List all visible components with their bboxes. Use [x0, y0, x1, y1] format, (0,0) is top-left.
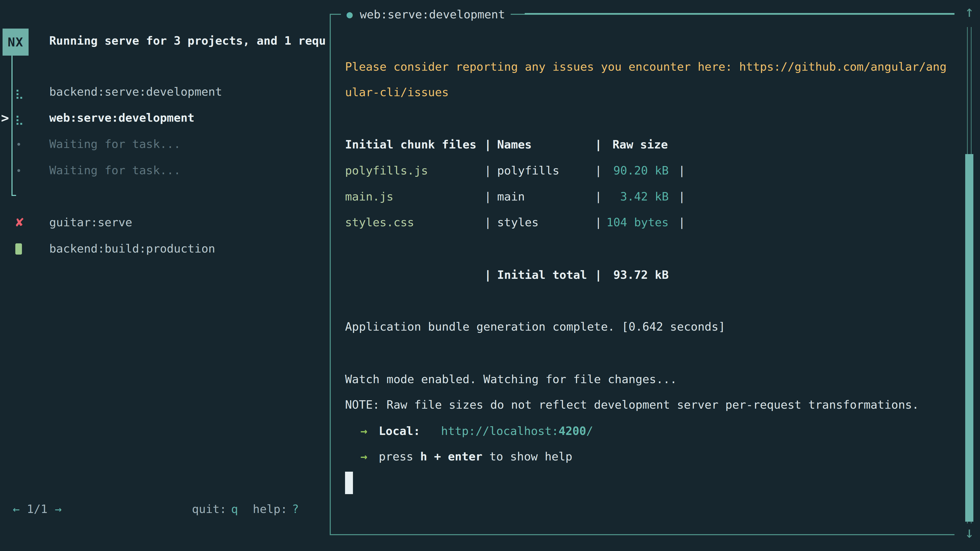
- notice-line-2: ular-cli/issues: [345, 84, 449, 100]
- help-hint-pre: press: [379, 450, 420, 463]
- task-label: Waiting for task...: [49, 136, 181, 152]
- column-separator: |: [484, 214, 491, 230]
- running-bullet-icon: ●: [347, 8, 353, 20]
- task-failed-icon: ✘: [13, 214, 25, 230]
- column-separator: |: [484, 267, 491, 283]
- chunk-file-name: polyfills.js: [345, 162, 428, 179]
- terminal-cursor: [345, 472, 353, 494]
- help-hint-post: to show help: [482, 450, 572, 463]
- initial-total-size: 93.72 kB: [602, 267, 669, 283]
- column-separator: |: [595, 137, 602, 153]
- pagination: ← 1/1 →: [13, 501, 62, 517]
- task-label: backend:build:production: [49, 241, 215, 257]
- chunk-size: 104 bytes: [602, 214, 669, 230]
- keyboard-shortcuts: quit: q help: ?: [192, 501, 299, 517]
- column-separator: |: [678, 189, 685, 205]
- page-indicator: 1/1: [27, 501, 48, 517]
- local-label: Local:: [379, 423, 420, 439]
- chunk-file-name: styles.css: [345, 214, 414, 230]
- terminal-title-rule: [525, 13, 955, 14]
- column-header-files: Initial chunk files: [345, 137, 476, 153]
- bundle-complete-message: Application bundle generation complete. …: [345, 319, 725, 335]
- prompt-arrow-icon: →: [360, 423, 367, 439]
- selected-task-chevron-icon: >: [1, 110, 9, 126]
- column-separator: |: [595, 267, 602, 283]
- task-label: Waiting for task...: [49, 162, 181, 179]
- task-label: backend:serve:development: [49, 84, 222, 100]
- chunk-size: 90.20 kB: [602, 162, 669, 179]
- column-separator: |: [484, 137, 491, 153]
- help-label: help:: [253, 501, 287, 517]
- task-label: guitar:serve: [49, 214, 132, 230]
- quit-label: quit:: [192, 501, 226, 517]
- chunk-name: styles: [497, 214, 539, 230]
- column-separator: |: [595, 162, 602, 179]
- task-success-icon: [15, 243, 22, 254]
- scrollbar-thumb[interactable]: [965, 154, 974, 522]
- terminal-panel-title: ● web:serve:development: [341, 5, 511, 23]
- nx-logo: NX: [3, 29, 29, 56]
- app-header-title: Running serve for 3 projects, and 1 requ: [49, 33, 328, 49]
- column-separator: |: [595, 214, 602, 230]
- task-row-guitar-serve[interactable]: ✘ guitar:serve: [0, 214, 329, 230]
- chunk-size: 3.42 kB: [602, 189, 669, 205]
- raw-size-note: NOTE: Raw file sizes do not reflect deve…: [345, 397, 919, 413]
- chunk-name: main: [497, 189, 525, 205]
- scroll-down-icon[interactable]: ↓: [961, 524, 977, 541]
- url-prefix: http://localhost:: [441, 424, 558, 438]
- column-separator: |: [595, 189, 602, 205]
- local-url-link[interactable]: http://localhost:4200/: [441, 423, 593, 439]
- column-separator: |: [484, 189, 491, 205]
- column-separator: |: [678, 162, 685, 179]
- terminal-title-text: web:serve:development: [360, 8, 505, 21]
- waiting-dot-icon: [18, 143, 20, 146]
- watch-mode-message: Watch mode enabled. Watching for file ch…: [345, 371, 677, 387]
- task-label: web:serve:development: [49, 110, 194, 126]
- column-header-names: Names: [497, 137, 531, 153]
- page-prev-arrow-icon[interactable]: ←: [13, 501, 20, 517]
- spinner-icon: ⣆: [13, 110, 25, 126]
- nx-logo-text: NX: [8, 35, 24, 49]
- column-header-raw-size: Raw size: [612, 137, 668, 153]
- nx-tui-screen: NX Running serve for 3 projects, and 1 r…: [0, 0, 980, 551]
- help-hint-key: h + enter: [420, 450, 483, 463]
- task-row-web-serve[interactable]: > ⣆ web:serve:development: [0, 110, 329, 126]
- task-row-backend-serve[interactable]: ⣆ backend:serve:development: [0, 84, 329, 100]
- column-separator: |: [484, 162, 491, 179]
- help-hint-text: press h + enter to show help: [379, 448, 573, 465]
- url-suffix: /: [586, 424, 593, 438]
- notice-line-1: Please consider reporting any issues you…: [345, 59, 947, 75]
- chunk-file-name: main.js: [345, 189, 393, 205]
- url-port: 4200: [558, 424, 586, 438]
- scroll-up-icon[interactable]: ↑: [961, 3, 977, 21]
- spinner-icon: ⣆: [13, 84, 25, 100]
- task-row-waiting-1[interactable]: Waiting for task...: [0, 136, 329, 152]
- waiting-dot-icon: [18, 169, 20, 172]
- initial-total-label: Initial total: [497, 267, 587, 283]
- task-row-backend-build[interactable]: backend:build:production: [0, 241, 329, 257]
- prompt-arrow-icon: →: [360, 448, 367, 465]
- column-separator: |: [678, 214, 685, 230]
- task-group-line-corner: [11, 195, 16, 196]
- help-key: ?: [292, 501, 299, 517]
- chunk-name: polyfills: [497, 162, 559, 179]
- page-next-arrow-icon[interactable]: →: [55, 501, 62, 517]
- quit-key: q: [231, 501, 238, 517]
- task-row-waiting-2[interactable]: Waiting for task...: [0, 162, 329, 179]
